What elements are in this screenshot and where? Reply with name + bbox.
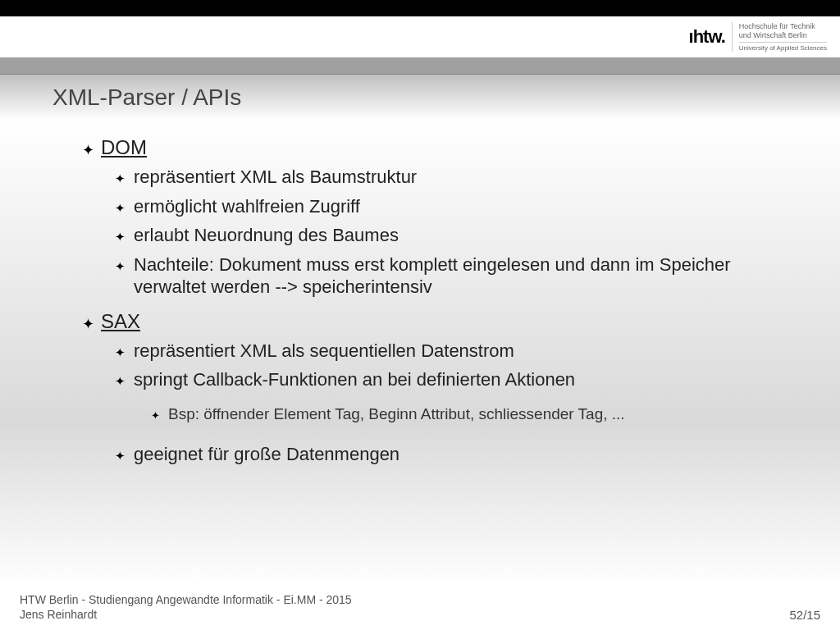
logo-sub: University of Applied Sciences	[739, 42, 827, 52]
logo-text: Hochschule für Technik und Wirtschaft Be…	[732, 22, 827, 52]
diamond-bullet-icon: ✦	[82, 315, 94, 333]
bullet-text: Nachteile: Dokument muss erst komplett e…	[134, 253, 791, 299]
diamond-bullet-icon: ✦	[115, 201, 126, 216]
bullet-text: erlaubt Neuordnung des Baumes	[134, 224, 399, 247]
logo-line2: und Wirtschaft Berlin	[739, 31, 827, 40]
bullet-text: geeignet für große Datenmengen	[134, 443, 399, 466]
diamond-bullet-icon: ✦	[115, 171, 126, 186]
bullet-text: repräsentiert XML als Baumstruktur	[134, 166, 417, 189]
diamond-bullet-icon: ✦	[115, 374, 126, 389]
footer-line1: HTW Berlin - Studiengang Angewandte Info…	[20, 593, 352, 608]
bullet-text: ermöglicht wahlfreien Zugriff	[134, 195, 360, 218]
gray-band	[0, 57, 840, 74]
section-heading-sax: SAX	[101, 310, 140, 333]
logo-line1: Hochschule für Technik	[739, 22, 827, 31]
title-band: XML-Parser / APIs	[0, 74, 840, 120]
diamond-bullet-icon: ✦	[115, 449, 126, 463]
footer-line2: Jens Reinhardt	[20, 608, 352, 623]
diamond-bullet-icon: ✦	[115, 230, 126, 244]
diamond-bullet-icon: ✦	[82, 141, 94, 159]
institution-logo: ıhtw. Hochschule für Technik und Wirtsch…	[689, 22, 827, 52]
logo-mark: ıhtw.	[689, 26, 725, 48]
header: ıhtw. Hochschule für Technik und Wirtsch…	[0, 16, 840, 57]
diamond-bullet-icon: ✦	[151, 409, 160, 422]
diamond-bullet-icon: ✦	[115, 345, 126, 360]
sub-bullet-text: Bsp: öffnender Element Tag, Beginn Attri…	[168, 404, 625, 424]
diamond-bullet-icon: ✦	[115, 259, 126, 274]
footer: HTW Berlin - Studiengang Angewandte Info…	[0, 586, 840, 630]
slide-title: XML-Parser / APIs	[52, 84, 241, 111]
bullet-text: repräsentiert XML als sequentiellen Date…	[134, 340, 514, 363]
top-black-bar	[0, 0, 840, 16]
page-number: 52/15	[789, 608, 820, 622]
bullet-text: springt Callback-Funktionen an bei defin…	[134, 368, 575, 391]
content: ✦ DOM ✦repräsentiert XML als Baumstruktu…	[0, 120, 840, 466]
section-heading-dom: DOM	[101, 136, 147, 159]
